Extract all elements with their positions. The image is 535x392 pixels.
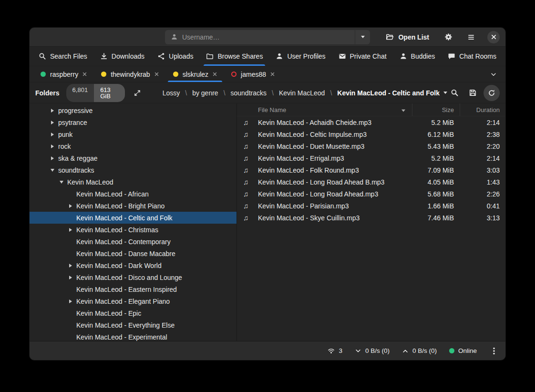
file-row[interactable]: Kevin MacLeod - Celtic Impulse.mp3 6.12 …: [237, 128, 505, 140]
breadcrumb-item[interactable]: Kevin MacLeod - Celtic and Folk: [337, 89, 447, 97]
close-icon[interactable]: [154, 72, 159, 76]
column-header-size[interactable]: Size: [412, 103, 460, 116]
person-icon: [276, 52, 283, 60]
file-row[interactable]: Kevin MacLeod - Skye Cuillin.mp3 7.46 Mi…: [237, 212, 505, 224]
username-dropdown-button[interactable]: [355, 30, 370, 44]
status-menu-button[interactable]: [489, 346, 499, 356]
connection-status[interactable]: Online: [449, 347, 477, 354]
tab-chat-rooms[interactable]: Chat Rooms: [446, 47, 498, 66]
status-online-icon: [41, 72, 46, 77]
tab-downloads[interactable]: Downloads: [99, 47, 146, 66]
tree-row[interactable]: Kevin MacLeod - Experimental: [30, 331, 237, 341]
file-row[interactable]: Kevin MacLeod - Parisian.mp3 1.66 MiB 0:…: [237, 200, 505, 212]
tree-row-label: psytrance: [58, 119, 87, 126]
breadcrumb-item[interactable]: Lossy: [163, 89, 180, 97]
expander-icon[interactable]: [57, 181, 66, 184]
user-tab-label: james88: [241, 71, 266, 78]
tree-row[interactable]: Kevin MacLeod - Bright Piano: [30, 200, 237, 212]
user-tab-james88[interactable]: james88: [224, 66, 282, 82]
expander-icon[interactable]: [48, 156, 57, 160]
file-row[interactable]: Kevin MacLeod - Duet Musette.mp3 5.43 Mi…: [237, 140, 505, 152]
column-header-file-name[interactable]: File Name: [237, 103, 412, 116]
tab-label: Uploads: [169, 52, 193, 60]
tree-row[interactable]: Kevin MacLeod - Contemporary: [30, 236, 237, 248]
column-header-duration[interactable]: Duration: [460, 103, 505, 116]
tree-row[interactable]: psytrance: [30, 116, 237, 128]
main-menu-button[interactable]: [464, 31, 478, 44]
expander-icon[interactable]: [66, 264, 75, 268]
search-folder-button[interactable]: [447, 86, 462, 100]
connections-indicator[interactable]: 3: [328, 347, 342, 354]
breadcrumb-item[interactable]: soundtracks: [231, 89, 267, 97]
expander-icon[interactable]: [66, 204, 75, 208]
breadcrumb-item[interactable]: Kevin MacLeod: [279, 89, 325, 97]
tree-row[interactable]: Kevin MacLeod - Elegant Piano: [30, 295, 237, 307]
username-input[interactable]: Username…: [165, 30, 355, 44]
open-list-button[interactable]: Open List: [383, 31, 432, 43]
tree-row[interactable]: progressive: [30, 104, 237, 116]
preferences-button[interactable]: [442, 31, 455, 44]
expander-icon[interactable]: [66, 276, 75, 279]
file-size: 5.2 MiB: [412, 119, 460, 126]
tree-row[interactable]: Kevin MacLeod - Epic: [30, 307, 237, 319]
tree-row-label: Kevin MacLeod - Elegant Piano: [76, 298, 170, 305]
expander-icon[interactable]: [48, 144, 57, 148]
tree-row[interactable]: Kevin MacLeod - Eastern Inspired: [30, 283, 237, 295]
user-tab-bar: raspberry thewindykrab slskrulez james88: [30, 66, 505, 83]
tree-row[interactable]: Kevin MacLeod - Celtic and Folk: [30, 212, 237, 224]
close-icon[interactable]: [213, 72, 217, 76]
expander-icon[interactable]: [66, 228, 75, 232]
status-away-icon: [173, 72, 178, 77]
folder-count-badge: 6,801: [66, 84, 94, 102]
save-list-button[interactable]: [465, 86, 480, 100]
user-tab-thewindykrab[interactable]: thewindykrab: [94, 66, 166, 82]
online-status-icon: [449, 348, 454, 353]
user-tab-slskrulez[interactable]: slskrulez: [166, 66, 224, 82]
upload-rate-indicator[interactable]: 0 B/s (0): [402, 347, 437, 354]
file-row[interactable]: Kevin MacLeod - Achaidh Cheide.mp3 5.2 M…: [237, 116, 505, 128]
expander-icon[interactable]: [48, 133, 57, 136]
expander-icon[interactable]: [48, 169, 57, 172]
tab-label: Private Chat: [350, 52, 387, 60]
file-duration: 3:13: [460, 214, 505, 222]
tree-row[interactable]: Kevin MacLeod - Christmas: [30, 224, 237, 236]
music-note-icon: [243, 131, 258, 138]
tree-row[interactable]: Kevin MacLeod - Everything Else: [30, 319, 237, 331]
close-icon[interactable]: [270, 72, 275, 76]
tab-browse-shares[interactable]: Browse Shares: [205, 47, 264, 66]
tree-row[interactable]: punk: [30, 128, 237, 140]
tree-row[interactable]: Kevin MacLeod: [30, 176, 237, 188]
breadcrumb-item[interactable]: by genre: [192, 89, 218, 97]
tab-user-profiles[interactable]: User Profiles: [274, 47, 327, 66]
main-tab-bar: Search Files Downloads Uploads Browse Sh…: [30, 47, 505, 66]
tab-private-chat[interactable]: Private Chat: [337, 47, 388, 66]
close-icon[interactable]: [82, 72, 87, 76]
file-row[interactable]: Kevin MacLeod - Folk Round.mp3 7.09 MiB …: [237, 164, 505, 176]
tree-row[interactable]: Kevin MacLeod - Dark World: [30, 259, 237, 271]
tab-buddies[interactable]: Buddies: [398, 47, 437, 66]
tree-row[interactable]: rock: [30, 140, 237, 152]
tab-search-files[interactable]: Search Files: [37, 47, 89, 66]
window-close-button[interactable]: [487, 31, 500, 43]
refresh-button[interactable]: [484, 85, 500, 101]
breadcrumb-separator: \: [330, 89, 332, 97]
tree-row[interactable]: soundtracks: [30, 164, 237, 176]
file-row[interactable]: Kevin MacLeod - Long Road Ahead.mp3 5.68…: [237, 188, 505, 200]
expander-icon[interactable]: [48, 121, 57, 124]
tree-row-label: Kevin MacLeod - Contemporary: [76, 238, 171, 246]
tab-overflow-button[interactable]: [490, 71, 497, 78]
file-duration: 3:03: [460, 166, 505, 174]
tree-row[interactable]: Kevin MacLeod - Danse Macabre: [30, 248, 237, 259]
expander-icon[interactable]: [48, 109, 57, 113]
tree-row[interactable]: Kevin MacLeod - Disco and Lounge: [30, 271, 237, 283]
user-tab-raspberry[interactable]: raspberry: [33, 66, 94, 82]
tree-row[interactable]: Kevin MacLeod - African: [30, 188, 237, 200]
download-rate-indicator[interactable]: 0 B/s (0): [355, 347, 390, 354]
tree-row[interactable]: ska & reggae: [30, 152, 237, 164]
files-panel: File Name Size Duration Kevin MacLeod - …: [237, 103, 505, 341]
expander-icon[interactable]: [66, 299, 75, 303]
expand-all-button[interactable]: [132, 87, 143, 99]
tab-uploads[interactable]: Uploads: [156, 47, 195, 66]
file-row[interactable]: Kevin MacLeod - Long Road Ahead B.mp3 4.…: [237, 176, 505, 188]
file-row[interactable]: Kevin MacLeod - Errigal.mp3 5.2 MiB 2:14: [237, 152, 505, 164]
